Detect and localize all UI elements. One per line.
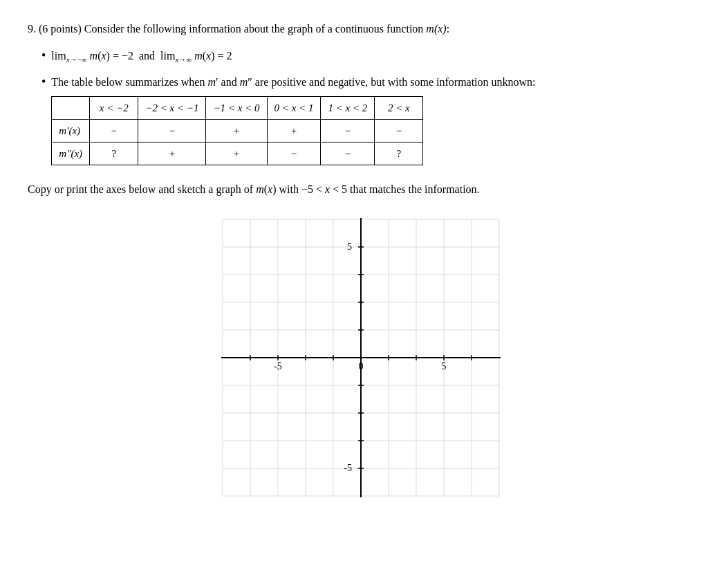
mdprime-col-3: + <box>206 143 267 165</box>
table-header-row: x < −2 −2 < x < −1 −1 < x < 0 0 < x < 1 … <box>52 97 423 120</box>
mdprime-col-1: ? <box>90 143 138 165</box>
problem-number: 9. <box>28 23 36 35</box>
header-empty <box>52 97 90 120</box>
mprime-col-2: − <box>138 120 206 143</box>
x-label-zero: 0 <box>359 361 364 371</box>
graph-container: -5 0 5 5 -5 <box>28 212 680 503</box>
table-row-mdprime: m″(x) ? + + − − ? <box>52 143 423 165</box>
y-label-neg5: -5 <box>344 463 352 473</box>
mprime-col-4: + <box>267 120 321 143</box>
sign-table-container: x < −2 −2 < x < −1 −1 < x < 0 0 < x < 1 … <box>51 96 535 165</box>
problem-header: 9. (6 points) Consider the following inf… <box>28 21 680 37</box>
table-description: The table below summarizes when m′ and m… <box>51 73 535 172</box>
header-col-6: 2 < x <box>375 97 423 120</box>
function-name: m(x) <box>426 23 446 35</box>
mdprime-col-2: + <box>138 143 206 165</box>
bullet-symbol-1: • <box>41 47 46 64</box>
mprime-col-5: − <box>321 120 375 143</box>
bullet-symbol-2: • <box>41 73 46 91</box>
x-label-neg5: -5 <box>274 361 282 371</box>
row-label-mprime: m′(x) <box>52 120 90 143</box>
row-label-mdprime: m″(x) <box>52 143 90 165</box>
bullet-item-2: • The table below summarizes when m′ and… <box>41 73 680 172</box>
mdprime-col-6: ? <box>375 143 423 165</box>
header-col-1: x < −2 <box>90 97 138 120</box>
problem-points: (6 points) <box>39 23 82 35</box>
x-label-pos5: 5 <box>442 361 447 371</box>
bullet-list: • limx→−∞ m(x) = −2 and limx→∞ m(x) = 2 … <box>41 47 680 171</box>
limit-sub-neg: x→−∞ <box>66 55 87 64</box>
mprime-col-3: + <box>206 120 267 143</box>
table-row-mprime: m′(x) − − + + − − <box>52 120 423 143</box>
problem-container: 9. (6 points) Consider the following inf… <box>28 21 680 503</box>
mdprime-col-4: − <box>267 143 321 165</box>
copy-instruction: Copy or print the axes below and sketch … <box>28 181 680 199</box>
mprime-col-1: − <box>90 120 138 143</box>
y-label-pos5: 5 <box>347 241 352 252</box>
problem-intro: Consider the following information about… <box>84 23 424 35</box>
header-col-3: −1 < x < 0 <box>206 97 267 120</box>
coordinate-graph: -5 0 5 5 -5 <box>188 212 520 503</box>
mdprime-col-5: − <box>321 143 375 165</box>
limit-sub-pos: x→∞ <box>175 55 192 64</box>
header-col-5: 1 < x < 2 <box>321 97 375 120</box>
mprime-col-6: − <box>375 120 423 143</box>
header-col-4: 0 < x < 1 <box>267 97 321 120</box>
limit-text: limx→−∞ m(x) = −2 and limx→∞ m(x) = 2 <box>51 47 232 66</box>
bullet-item-1: • limx→−∞ m(x) = −2 and limx→∞ m(x) = 2 <box>41 47 680 66</box>
header-col-2: −2 < x < −1 <box>138 97 206 120</box>
table-description-text: The table below summarizes when m′ and m… <box>51 73 535 91</box>
sign-table: x < −2 −2 < x < −1 −1 < x < 0 0 < x < 1 … <box>51 96 423 165</box>
